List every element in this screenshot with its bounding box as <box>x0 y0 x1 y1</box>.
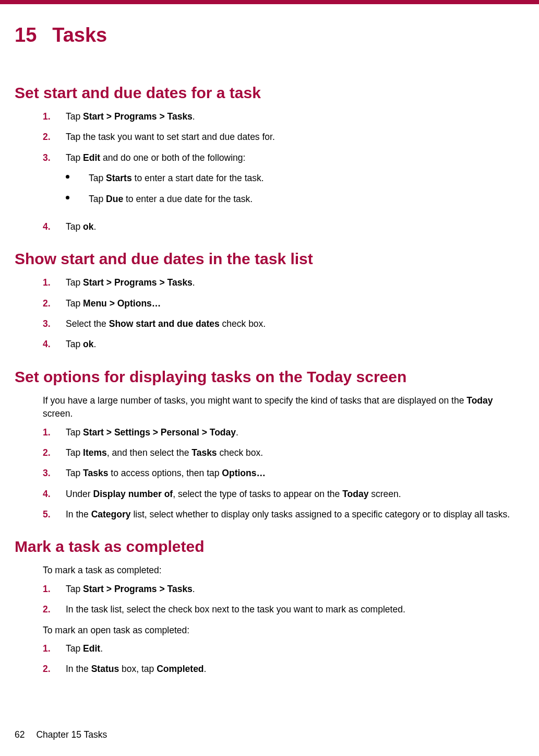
intro-paragraph: To mark an open task as completed: <box>43 624 524 637</box>
list-marker: 2. <box>43 446 66 459</box>
list-marker: 1. <box>43 276 66 289</box>
page-content: 15Tasks Set start and due dates for a ta… <box>0 4 539 676</box>
bullet-item: Tap Due to enter a due date for the task… <box>66 193 524 206</box>
list-item: 1.Tap Edit. <box>43 642 524 655</box>
chapter-name: Tasks <box>52 24 107 46</box>
section-body: If you have a large number of tasks, you… <box>15 394 524 522</box>
list-text: In the Category list, select whether to … <box>66 508 524 521</box>
list-text: Tap Edit. <box>66 642 524 655</box>
list-text: Tap Tasks to access options, then tap Op… <box>66 467 524 480</box>
section-body: 1.Tap Start > Programs > Tasks. 2.Tap th… <box>15 110 524 233</box>
list-text: Tap Start > Programs > Tasks. <box>66 276 524 289</box>
numbered-list: 1.Tap Start > Settings > Personal > Toda… <box>43 426 524 522</box>
section-body: 1.Tap Start > Programs > Tasks. 2.Tap Me… <box>15 276 524 351</box>
list-text: Tap ok. <box>66 220 524 233</box>
list-item: 2.Tap Menu > Options… <box>43 297 524 310</box>
list-item: 2.Tap Items, and then select the Tasks c… <box>43 446 524 459</box>
list-marker: 3. <box>43 151 66 213</box>
list-item: 2.In the task list, select the check box… <box>43 603 524 616</box>
list-item: 4.Under Display number of, select the ty… <box>43 488 524 501</box>
list-marker: 4. <box>43 488 66 501</box>
list-text: Under Display number of, select the type… <box>66 488 524 501</box>
list-marker: 2. <box>43 131 66 144</box>
list-marker: 2. <box>43 603 66 616</box>
list-text: Select the Show start and due dates chec… <box>66 317 524 330</box>
list-text: Tap the task you want to set start and d… <box>66 131 524 144</box>
section-heading: Set options for displaying tasks on the … <box>15 368 524 386</box>
list-marker: 1. <box>43 642 66 655</box>
list-text: Tap ok. <box>66 338 524 351</box>
list-marker: 1. <box>43 583 66 596</box>
bullet-text: Tap Due to enter a due date for the task… <box>89 193 253 206</box>
list-text: Tap Start > Programs > Tasks. <box>66 583 524 596</box>
list-item: 3.Tap Tasks to access options, then tap … <box>43 467 524 480</box>
section-body: To mark a task as completed: 1.Tap Start… <box>15 564 524 676</box>
list-item: 2.In the Status box, tap Completed. <box>43 663 524 676</box>
chapter-number: 15 <box>15 24 37 46</box>
list-marker: 1. <box>43 426 66 439</box>
footer-label: Chapter 15 Tasks <box>36 729 107 740</box>
list-text: Tap Edit and do one or both of the follo… <box>66 151 524 213</box>
intro-paragraph: If you have a large number of tasks, you… <box>43 394 524 421</box>
list-item: 5.In the Category list, select whether t… <box>43 508 524 521</box>
list-marker: 3. <box>43 467 66 480</box>
section-heading: Mark a task as completed <box>15 538 524 556</box>
list-marker: 2. <box>43 663 66 676</box>
page-number: 62 <box>15 729 25 740</box>
list-item: 2.Tap the task you want to set start and… <box>43 131 524 144</box>
list-item: 4.Tap ok. <box>43 338 524 351</box>
list-item: 1.Tap Start > Settings > Personal > Toda… <box>43 426 524 439</box>
list-item: 1.Tap Start > Programs > Tasks. <box>43 583 524 596</box>
list-text: Tap Items, and then select the Tasks che… <box>66 446 524 459</box>
list-item: 3.Select the Show start and due dates ch… <box>43 317 524 330</box>
list-text: In the task list, select the check box n… <box>66 603 524 616</box>
intro-paragraph: To mark a task as completed: <box>43 564 524 577</box>
numbered-list: 1.Tap Start > Programs > Tasks. 2.In the… <box>43 583 524 617</box>
page-footer: 62Chapter 15 Tasks <box>15 729 107 740</box>
numbered-list: 1.Tap Start > Programs > Tasks. 2.Tap Me… <box>43 276 524 351</box>
list-marker: 4. <box>43 220 66 233</box>
list-marker: 3. <box>43 317 66 330</box>
list-text: Tap Menu > Options… <box>66 297 524 310</box>
list-text: Tap Start > Settings > Personal > Today. <box>66 426 524 439</box>
numbered-list: 1.Tap Edit. 2.In the Status box, tap Com… <box>43 642 524 676</box>
list-item: 3.Tap Edit and do one or both of the fol… <box>43 151 524 213</box>
list-marker: 2. <box>43 297 66 310</box>
chapter-title: 15Tasks <box>15 24 524 46</box>
list-marker: 1. <box>43 110 66 123</box>
bullet-item: Tap Starts to enter a start date for the… <box>66 172 524 185</box>
section-heading: Show start and due dates in the task lis… <box>15 250 524 268</box>
list-text: Tap Start > Programs > Tasks. <box>66 110 524 123</box>
list-item: 1.Tap Start > Programs > Tasks. <box>43 110 524 123</box>
bullet-list: Tap Starts to enter a start date for the… <box>66 172 524 206</box>
numbered-list: 1.Tap Start > Programs > Tasks. 2.Tap th… <box>43 110 524 233</box>
list-marker: 5. <box>43 508 66 521</box>
list-marker: 4. <box>43 338 66 351</box>
list-text: In the Status box, tap Completed. <box>66 663 524 676</box>
section-heading: Set start and due dates for a task <box>15 84 524 102</box>
top-accent-bar <box>0 0 539 4</box>
bullet-text: Tap Starts to enter a start date for the… <box>89 172 264 185</box>
list-item: 1.Tap Start > Programs > Tasks. <box>43 276 524 289</box>
list-item: 4.Tap ok. <box>43 220 524 233</box>
bullet-icon <box>66 193 89 206</box>
bullet-icon <box>66 172 89 185</box>
